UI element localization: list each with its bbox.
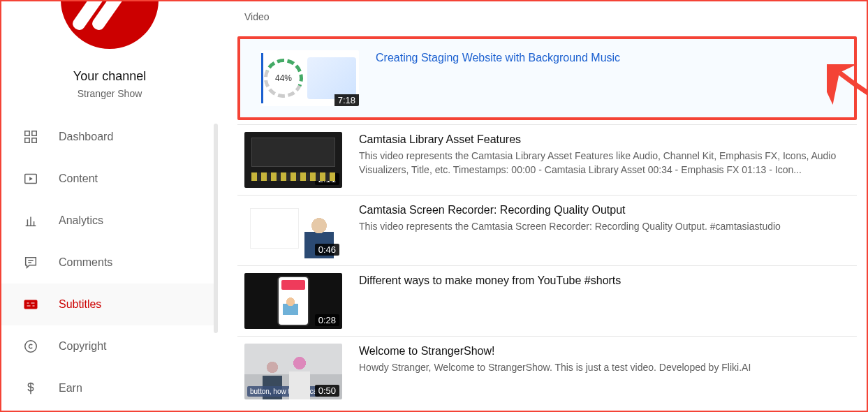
sidebar-item-content[interactable]: Content — [1, 158, 218, 200]
subtitles-icon — [22, 296, 39, 313]
sidebar-item-label: Dashboard — [59, 131, 113, 143]
progress-ring-icon: 44% — [261, 53, 309, 103]
sidebar-nav: Dashboard Content Analytics Comments — [1, 116, 218, 409]
svg-rect-2 — [25, 138, 29, 142]
svg-point-10 — [25, 341, 37, 353]
channel-header: Your channel Stranger Show — [1, 1, 218, 116]
channel-avatar[interactable] — [61, 0, 159, 54]
video-row[interactable]: 0:46 Camtasia Screen Recorder: Recording… — [237, 195, 857, 265]
sidebar-item-analytics[interactable]: Analytics — [1, 200, 218, 242]
sidebar-item-label: Subtitles — [59, 298, 101, 311]
channel-name: Stranger Show — [78, 88, 142, 99]
video-title[interactable]: Welcome to StrangerShow! — [359, 345, 851, 358]
video-title[interactable]: Camtasia Library Asset Features — [359, 133, 851, 146]
content-icon — [22, 170, 39, 187]
thumbnail-art — [307, 57, 356, 99]
sidebar-item-comments[interactable]: Comments — [1, 242, 218, 284]
video-description: Howdy Stranger, Welcome to StrangerShow.… — [359, 360, 851, 374]
sidebar-item-label: Analytics — [59, 214, 103, 227]
video-duration: 0:28 — [315, 314, 339, 326]
video-thumbnail[interactable]: 0:46 — [244, 203, 342, 258]
video-row-highlighted[interactable]: 44% 7:18 Creating Staging Website with B… — [237, 36, 857, 120]
svg-rect-8 — [27, 302, 29, 304]
sidebar-item-earn[interactable]: Earn — [1, 367, 218, 409]
earn-icon — [22, 380, 39, 397]
thumbnail-chip: button, how to add-ca — [247, 386, 320, 397]
svg-rect-5 — [24, 300, 37, 309]
svg-rect-6 — [27, 305, 31, 307]
video-duration: 0:50 — [315, 385, 339, 397]
video-duration: 0:46 — [315, 244, 339, 256]
main-content: Video 44% 7:18 Creating Staging Website … — [218, 1, 867, 411]
sidebar-item-label: Content — [59, 172, 98, 185]
column-header-video: Video — [237, 11, 857, 22]
video-row[interactable]: 2:11 Camtasia Library Asset Features Thi… — [237, 124, 857, 195]
video-list: 44% 7:18 Creating Staging Website with B… — [237, 36, 857, 406]
copyright-icon — [22, 338, 39, 355]
video-title[interactable]: Creating Staging Website with Background… — [376, 52, 843, 64]
channel-heading: Your channel — [73, 69, 146, 84]
svg-rect-7 — [32, 305, 35, 307]
sidebar-item-copyright[interactable]: Copyright — [1, 325, 218, 367]
video-title[interactable]: Different ways to make money from YouTub… — [359, 274, 851, 287]
comments-icon — [22, 254, 39, 271]
video-row[interactable]: 0:28 Different ways to make money from Y… — [237, 265, 857, 336]
video-description: This video represents the Camtasia Libra… — [359, 149, 851, 177]
video-duration: 2:11 — [315, 173, 339, 185]
svg-rect-1 — [32, 131, 36, 135]
video-duration: 7:18 — [334, 94, 359, 106]
svg-rect-0 — [25, 131, 29, 135]
dashboard-icon — [22, 128, 39, 145]
video-description: This video represents the Camtasia Scree… — [359, 219, 851, 233]
video-thumbnail[interactable]: 2:11 — [244, 132, 342, 188]
video-title[interactable]: Camtasia Screen Recorder: Recording Qual… — [359, 204, 851, 216]
sidebar-item-label: Earn — [59, 382, 82, 395]
sidebar-item-label: Comments — [59, 256, 112, 269]
sidebar-item-label: Copyright — [59, 340, 106, 353]
analytics-icon — [22, 212, 39, 229]
video-row[interactable]: button, how to add-ca 0:50 Welcome to St… — [237, 336, 857, 406]
video-thumbnail[interactable]: 0:28 — [244, 273, 342, 329]
sidebar-item-dashboard[interactable]: Dashboard — [1, 116, 218, 158]
sidebar: Your channel Stranger Show Dashboard Con… — [1, 1, 218, 411]
svg-rect-3 — [32, 138, 36, 142]
svg-rect-9 — [31, 302, 35, 304]
video-thumbnail[interactable]: button, how to add-ca 0:50 — [244, 344, 342, 399]
sidebar-item-subtitles[interactable]: Subtitles — [1, 284, 218, 325]
video-thumbnail[interactable]: 44% 7:18 — [261, 50, 359, 106]
